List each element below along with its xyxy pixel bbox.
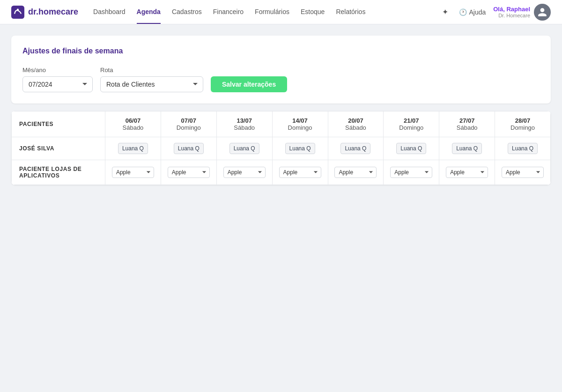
apple-select-1307[interactable]: Apple [223, 167, 266, 178]
date-1407: 14/07 [277, 117, 323, 124]
settings-icon[interactable]: ✦ [438, 6, 451, 19]
col-1307: 13/07 Sábado [216, 111, 272, 137]
nav-estoque[interactable]: Estoque [301, 0, 325, 24]
date-2807: 28/07 [500, 117, 546, 124]
col-1407: 14/07 Domingo [272, 111, 328, 137]
month-group: Mês/ano 07/2024 [22, 67, 93, 92]
user-text: Olá, Raphael Dr. Homecare [493, 6, 530, 18]
patient-name-2: Paciente Lojas de Aplicativos [12, 160, 105, 185]
form-row: Mês/ano 07/2024 Rota Rota de Clientes Sa… [22, 67, 540, 92]
user-profile[interactable]: Olá, Raphael Dr. Homecare [493, 4, 551, 21]
luana-tag: Luana Q [174, 143, 204, 154]
cell-jose-2807: Luana Q [495, 137, 551, 160]
month-label: Mês/ano [22, 67, 93, 74]
help-button[interactable]: 🕐 Ajuda [459, 8, 486, 16]
route-select[interactable]: Rota de Clientes [100, 76, 203, 92]
apple-select-1407[interactable]: Apple [279, 167, 321, 178]
date-2007: 20/07 [333, 117, 379, 124]
main-nav: Dashboard Agenda Cadastros Financeiro Fo… [93, 0, 423, 24]
date-0707: 07/07 [166, 117, 212, 124]
luana-tag: Luana Q [452, 143, 482, 154]
luana-tag: Luana Q [340, 143, 370, 154]
avatar-icon [537, 7, 547, 17]
luana-tag: Luana Q [229, 143, 259, 154]
navbar-right: ✦ 🕐 Ajuda Olá, Raphael Dr. Homecare [438, 4, 551, 21]
luana-tag: Luana Q [508, 143, 538, 154]
main-content: Ajustes de finais de semana Mês/ano 07/2… [0, 24, 562, 196]
brand-icon [11, 6, 24, 19]
date-1307: 13/07 [222, 117, 267, 124]
month-select[interactable]: 07/2024 [22, 76, 93, 92]
col-2007: 20/07 Sábado [328, 111, 384, 137]
table-card: PACIENTES 06/07 Sábado 07/07 Domingo 13/… [11, 111, 551, 185]
date-2107: 21/07 [388, 117, 434, 124]
page-title: Ajustes de finais de semana [22, 47, 540, 55]
apple-select-2707[interactable]: Apple [446, 167, 488, 178]
cell-jose-1307: Luana Q [216, 137, 272, 160]
day-1307: Sábado [222, 124, 267, 131]
cell-paciente-1407[interactable]: Apple [272, 160, 328, 185]
day-2107: Domingo [388, 124, 434, 131]
cell-jose-0607: Luana Q [105, 137, 161, 160]
col-0707: 07/07 Domingo [161, 111, 216, 137]
cell-jose-2707: Luana Q [439, 137, 495, 160]
luana-tag: Luana Q [396, 143, 426, 154]
cell-paciente-2107[interactable]: Apple [384, 160, 439, 185]
cell-paciente-2807[interactable]: Apple [495, 160, 551, 185]
cell-paciente-0607[interactable]: Apple [105, 160, 161, 185]
header-row: PACIENTES 06/07 Sábado 07/07 Domingo 13/… [12, 111, 551, 137]
luana-tag: Luana Q [118, 143, 148, 154]
table-row: Paciente Lojas de Aplicativos Apple Appl… [12, 160, 551, 185]
help-icon: 🕐 [459, 8, 467, 16]
col-2707: 27/07 Sábado [439, 111, 495, 137]
nav-dashboard[interactable]: Dashboard [93, 0, 126, 24]
route-label: Rota [100, 67, 203, 74]
avatar [534, 4, 551, 21]
schedule-table: PACIENTES 06/07 Sábado 07/07 Domingo 13/… [11, 111, 551, 185]
svg-rect-0 [11, 6, 24, 19]
col-2807: 28/07 Domingo [495, 111, 551, 137]
patients-header: PACIENTES [12, 111, 105, 137]
apple-select-2007[interactable]: Apple [334, 167, 377, 178]
table-head: PACIENTES 06/07 Sábado 07/07 Domingo 13/… [12, 111, 551, 137]
cell-paciente-0707[interactable]: Apple [161, 160, 216, 185]
table-row: José Silva Luana Q Luana Q Luana Q Luana… [12, 137, 551, 160]
apple-select-0707[interactable]: Apple [168, 167, 210, 178]
day-0707: Domingo [166, 124, 212, 131]
apple-select-0607[interactable]: Apple [112, 167, 154, 178]
cell-paciente-1307[interactable]: Apple [216, 160, 272, 185]
filters-card: Ajustes de finais de semana Mês/ano 07/2… [11, 36, 551, 104]
cell-jose-2007: Luana Q [328, 137, 384, 160]
cell-paciente-2707[interactable]: Apple [439, 160, 495, 185]
apple-select-2107[interactable]: Apple [390, 167, 432, 178]
day-2807: Domingo [500, 124, 546, 131]
nav-agenda[interactable]: Agenda [137, 0, 161, 24]
col-0607: 06/07 Sábado [105, 111, 161, 137]
luana-tag: Luana Q [285, 143, 315, 154]
cell-paciente-2007[interactable]: Apple [328, 160, 384, 185]
cell-jose-1407: Luana Q [272, 137, 328, 160]
date-2707: 27/07 [444, 117, 490, 124]
cell-jose-0707: Luana Q [161, 137, 216, 160]
navbar: dr.homecare Dashboard Agenda Cadastros F… [0, 0, 562, 24]
patient-name-1: José Silva [12, 137, 105, 160]
cell-jose-2107: Luana Q [384, 137, 439, 160]
help-label: Ajuda [469, 8, 486, 16]
day-0607: Sábado [110, 124, 156, 131]
svg-point-1 [17, 8, 19, 10]
nav-formularios[interactable]: Formulários [255, 0, 289, 24]
table-body: José Silva Luana Q Luana Q Luana Q Luana… [12, 137, 551, 185]
save-button[interactable]: Salvar alterações [211, 76, 287, 92]
date-0607: 06/07 [110, 117, 156, 124]
apple-select-2807[interactable]: Apple [502, 167, 544, 178]
day-2007: Sábado [333, 124, 379, 131]
user-greeting: Olá, Raphael [493, 6, 530, 13]
nav-financeiro[interactable]: Financeiro [213, 0, 244, 24]
brand-logo[interactable]: dr.homecare [11, 6, 78, 19]
nav-relatorios[interactable]: Relatórios [336, 0, 365, 24]
route-group: Rota Rota de Clientes [100, 67, 203, 92]
user-company: Dr. Homecare [493, 13, 530, 18]
day-1407: Domingo [277, 124, 323, 131]
day-2707: Sábado [444, 124, 490, 131]
nav-cadastros[interactable]: Cadastros [172, 0, 202, 24]
